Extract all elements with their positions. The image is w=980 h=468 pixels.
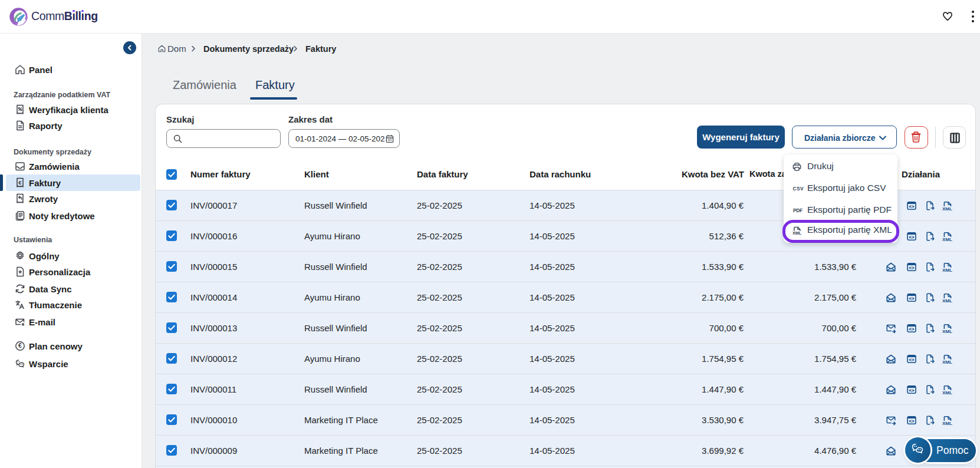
svg-text:XML: XML	[942, 298, 952, 303]
svg-text:XML: XML	[942, 390, 952, 395]
svg-text:XML: XML	[942, 329, 952, 334]
svg-text:XML: XML	[942, 268, 952, 272]
svg-text:XML: XML	[942, 360, 952, 364]
svg-text:XML: XML	[942, 421, 952, 426]
svg-text:PDF: PDF	[793, 207, 803, 213]
svg-text:XML: XML	[942, 237, 952, 242]
svg-text:CSV: CSV	[793, 186, 804, 192]
svg-text:€: €	[18, 179, 22, 186]
svg-text:XML: XML	[942, 206, 952, 211]
svg-text:€: €	[18, 342, 22, 349]
